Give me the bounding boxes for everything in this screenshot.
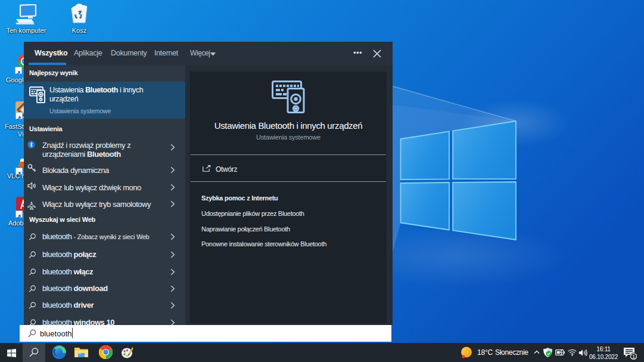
svg-text:1: 1 — [632, 354, 635, 360]
